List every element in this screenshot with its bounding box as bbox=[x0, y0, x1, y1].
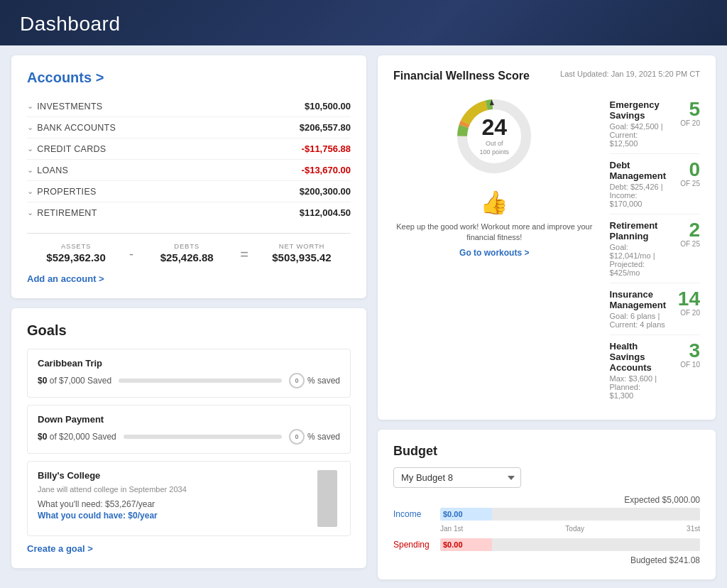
goal-pct: 0 % saved bbox=[289, 373, 340, 388]
networth-value: $503,935.42 bbox=[253, 251, 351, 263]
spending-label: Spending bbox=[393, 540, 434, 550]
account-expand-icon: ⌄ bbox=[27, 165, 33, 175]
wellness-header: Financial Wellness Score Last Updated: J… bbox=[393, 70, 700, 82]
account-label: ⌄ RETIREMENT bbox=[27, 208, 97, 218]
pct-circle: 0 bbox=[289, 429, 305, 445]
minus-separator: - bbox=[125, 247, 138, 262]
donut-score: 24 bbox=[479, 116, 509, 138]
axis-end: 31st bbox=[687, 525, 700, 533]
budget-axis: Jan 1st Today 31st bbox=[440, 525, 700, 533]
metric-max: OF 20 bbox=[666, 119, 700, 127]
metric-score: 0 bbox=[666, 160, 700, 180]
account-label: ⌄ INVESTMENTS bbox=[27, 102, 103, 111]
net-worth-row: ASSETS $529,362.30 - DEBTS $25,426.88 = … bbox=[27, 233, 351, 263]
assets-label: ASSETS bbox=[27, 242, 125, 250]
budget-select[interactable]: My Budget 8My Budget 7My Budget 6 bbox=[393, 467, 521, 488]
account-value: $206,557.80 bbox=[300, 122, 351, 133]
metric-name: Debt Management bbox=[610, 160, 666, 181]
account-expand-icon: ⌄ bbox=[27, 208, 33, 217]
assets-value: $529,362.30 bbox=[27, 251, 125, 263]
thumbs-up-icon: 👍 bbox=[480, 189, 508, 216]
progress-bar bbox=[124, 435, 282, 439]
college-goal-name: Billy's College bbox=[38, 470, 306, 481]
goal-name: Caribbean Trip bbox=[38, 358, 340, 369]
account-row[interactable]: ⌄ PROPERTIES $200,300.00 bbox=[27, 181, 351, 202]
metric-detail: Goal: $12,041/mo | Projected: $425/mo bbox=[610, 243, 666, 277]
college-have-value: $0/year bbox=[128, 511, 157, 521]
metric-score-group: 5 OF 20 bbox=[666, 99, 700, 127]
college-need: What you'll need: $53,267/year bbox=[38, 499, 306, 509]
metric-info: Debt Management Debt: $25,426 | Income: … bbox=[610, 160, 666, 208]
metric-max: OF 25 bbox=[666, 180, 700, 187]
goal-progress-row: $0 of $20,000 Saved 0 % saved bbox=[38, 429, 340, 445]
networth-item: NET WORTH $503,935.42 bbox=[253, 242, 351, 263]
wellness-message: Keep up the good work! Workout more and … bbox=[393, 222, 596, 244]
axis-today: Today bbox=[565, 525, 584, 533]
account-expand-icon: ⌄ bbox=[27, 187, 33, 196]
account-row[interactable]: ⌄ BANK ACCOUNTS $206,557.80 bbox=[27, 117, 351, 138]
goal-name: Down Payment bbox=[38, 414, 340, 425]
budget-title: Budget bbox=[393, 444, 700, 459]
income-bar-track: $0.00 bbox=[440, 508, 700, 521]
wellness-body: 24 Out of100 points 👍 Keep up the good w… bbox=[393, 94, 700, 405]
workouts-link[interactable]: Go to workouts > bbox=[459, 248, 529, 258]
account-value: $200,300.00 bbox=[300, 186, 351, 197]
metric-score: 2 bbox=[666, 220, 700, 240]
debts-label: DEBTS bbox=[138, 242, 236, 250]
accounts-card: Accounts > ⌄ INVESTMENTS $10,500.00 ⌄ BA… bbox=[11, 55, 366, 298]
wellness-metric: Debt Management Debt: $25,426 | Income: … bbox=[610, 154, 700, 214]
metric-score: 5 bbox=[666, 99, 700, 119]
goals-list: Caribbean Trip $0 of $7,000 Saved 0 % sa… bbox=[27, 349, 351, 454]
goals-card: Goals Caribbean Trip $0 of $7,000 Saved … bbox=[11, 308, 366, 568]
metric-info: Health Savings Accounts Max: $3,600 | Pl… bbox=[610, 341, 666, 400]
income-bar-row: Income $0.00 bbox=[393, 508, 700, 521]
left-column: Accounts > ⌄ INVESTMENTS $10,500.00 ⌄ BA… bbox=[11, 55, 366, 588]
metric-score-group: 2 OF 25 bbox=[666, 220, 700, 248]
account-row[interactable]: ⌄ INVESTMENTS $10,500.00 bbox=[27, 96, 351, 117]
account-row[interactable]: ⌄ CREDIT CARDS -$11,756.88 bbox=[27, 138, 351, 160]
college-bar-visual bbox=[317, 470, 337, 527]
wellness-card: Financial Wellness Score Last Updated: J… bbox=[378, 55, 716, 420]
donut-container: 24 Out of100 points bbox=[452, 94, 537, 179]
account-value: $112,004.50 bbox=[300, 207, 351, 218]
metric-name: Health Savings Accounts bbox=[610, 341, 666, 373]
income-label: Income bbox=[393, 509, 434, 519]
wellness-updated: Last Updated: Jan 19, 2021 5:20 PM CT bbox=[560, 70, 700, 78]
equals-separator: = bbox=[236, 246, 253, 263]
metric-score-group: 14 OF 20 bbox=[666, 289, 700, 317]
spending-bar-row: Spending $0.00 bbox=[393, 538, 700, 551]
goal-progress-row: $0 of $7,000 Saved 0 % saved bbox=[38, 373, 340, 388]
donut-label: Out of100 points bbox=[479, 140, 509, 156]
right-column: Financial Wellness Score Last Updated: J… bbox=[378, 55, 716, 588]
wellness-metric: Retirement Planning Goal: $12,041/mo | P… bbox=[610, 214, 700, 283]
account-row[interactable]: ⌄ LOANS -$13,670.00 bbox=[27, 160, 351, 181]
metric-name: Retirement Planning bbox=[610, 220, 666, 241]
account-row[interactable]: ⌄ RETIREMENT $112,004.50 bbox=[27, 202, 351, 223]
wellness-title: Financial Wellness Score bbox=[393, 70, 530, 82]
metric-info: Retirement Planning Goal: $12,041/mo | P… bbox=[610, 220, 666, 277]
accounts-title[interactable]: Accounts > bbox=[27, 70, 104, 86]
wellness-metric: Health Savings Accounts Max: $3,600 | Pl… bbox=[610, 335, 700, 405]
add-account-link[interactable]: Add an account > bbox=[27, 273, 351, 284]
networth-label: NET WORTH bbox=[253, 242, 351, 250]
budget-card: Budget My Budget 8My Budget 7My Budget 6… bbox=[378, 430, 716, 579]
account-value: $10,500.00 bbox=[305, 101, 351, 111]
metric-detail: Goal: 6 plans | Current: 4 plans bbox=[610, 312, 666, 329]
progress-bar bbox=[119, 379, 282, 383]
metric-name: Emergency Savings bbox=[610, 99, 666, 121]
college-goal-desc: Jane will attend college in September 20… bbox=[38, 485, 306, 494]
metric-info: Emergency Savings Goal: $42,500 | Curren… bbox=[610, 99, 666, 148]
account-label: ⌄ CREDIT CARDS bbox=[27, 144, 106, 154]
metric-max: OF 10 bbox=[666, 361, 700, 369]
metric-detail: Goal: $42,500 | Current: $12,500 bbox=[610, 122, 666, 148]
college-info: Billy's College Jane will attend college… bbox=[38, 470, 306, 527]
create-goal-link[interactable]: Create a goal > bbox=[27, 543, 351, 554]
accounts-list: ⌄ INVESTMENTS $10,500.00 ⌄ BANK ACCOUNTS… bbox=[27, 96, 351, 223]
metric-max: OF 25 bbox=[666, 240, 700, 248]
account-value: -$13,670.00 bbox=[302, 165, 351, 175]
budget-budgeted: Budgeted $241.08 bbox=[393, 555, 700, 565]
page-title: Dashboard bbox=[20, 13, 707, 36]
wellness-metric: Insurance Management Goal: 6 plans | Cur… bbox=[610, 283, 700, 335]
assets-item: ASSETS $529,362.30 bbox=[27, 242, 125, 263]
metric-detail: Debt: $25,426 | Income: $170,000 bbox=[610, 183, 666, 208]
